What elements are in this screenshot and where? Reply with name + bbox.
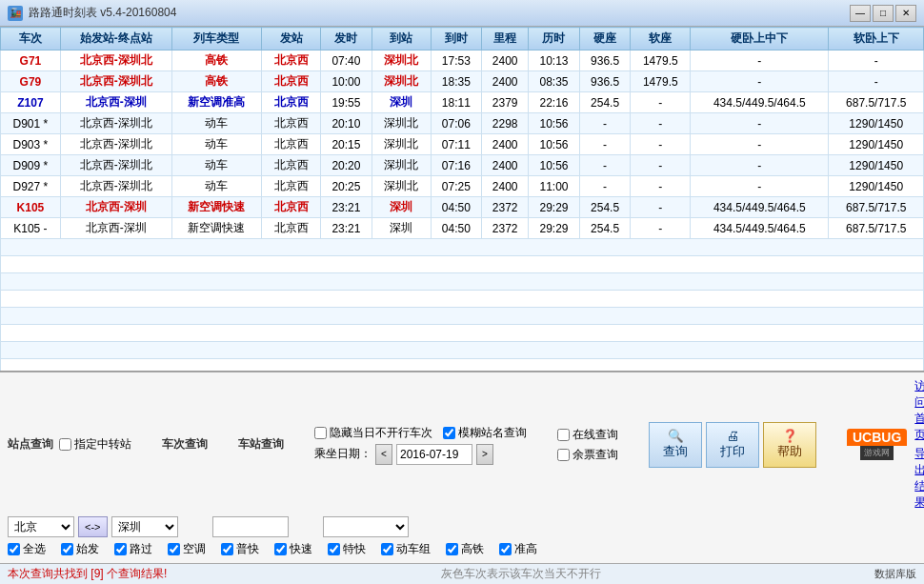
cell-soft-sleeper: 1290/1450 [829, 113, 924, 134]
col-header-type: 列车类型 [171, 28, 262, 50]
table-row[interactable]: G71 北京西-深圳北 高铁 北京西 07:40 深圳北 17:53 2400 … [1, 50, 924, 71]
from-to-inputs: 北京 <-> 深圳 [8, 516, 178, 537]
normalfast-checkbox-group: 普快 [221, 541, 259, 557]
right-section: UCBUG 游戏网 访问首页 导出结果 检查更新 [847, 378, 924, 511]
cell-train-num: Z107 [1, 92, 61, 113]
date-prev-button[interactable]: < [375, 444, 392, 465]
cell-soft-seat: - [631, 113, 691, 134]
train-query-input[interactable] [212, 516, 289, 537]
cell-to: 深圳 [372, 218, 431, 239]
export-result-link[interactable]: 导出结果 [914, 446, 924, 511]
maximize-button[interactable]: □ [873, 5, 894, 22]
cell-soft-seat: - [631, 197, 691, 218]
cell-dur: 22:16 [529, 92, 580, 113]
cell-from: 北京西 [262, 50, 321, 71]
pass-checkbox[interactable] [114, 543, 127, 555]
hide-label: 隐藏当日不开行车次 [330, 425, 432, 441]
cell-to: 深圳北 [372, 176, 431, 197]
specialfast-label: 特快 [343, 541, 366, 557]
cell-type: 新空调快速 [171, 197, 262, 218]
table-row[interactable]: G79 北京西-深圳北 高铁 北京西 10:00 深圳北 18:35 2400 … [1, 71, 924, 92]
query-button[interactable]: 🔍 查询 [649, 422, 702, 468]
normalfast-checkbox[interactable] [221, 543, 233, 555]
help-icon: ❓ [782, 429, 798, 443]
col-header-arr: 到时 [431, 28, 482, 50]
online-checkbox[interactable] [557, 429, 570, 441]
all-checkbox[interactable] [8, 543, 20, 555]
date-input[interactable] [396, 444, 472, 465]
depart-checkbox[interactable] [61, 543, 73, 555]
air-label: 空调 [183, 541, 206, 557]
table-row[interactable]: D903 * 北京西-深圳北 动车 北京西 20:15 深圳北 07:11 24… [1, 134, 924, 155]
cell-hard-seat: - [579, 113, 631, 134]
print-button[interactable]: 🖨 打印 [706, 422, 759, 468]
ucbug-logo: UCBUG 游戏网 [847, 429, 907, 460]
table-row-empty [1, 291, 924, 308]
ucbug-top: UCBUG [847, 429, 907, 446]
cell-to: 深圳北 [372, 50, 431, 71]
fast-label: 快速 [290, 541, 312, 557]
station-query-input-section [323, 516, 409, 537]
bottom-row1: 站点查询 指定中转站 车次查询 车站查询 隐藏当日不开行车次 [8, 378, 916, 511]
cell-dist: 2372 [482, 218, 529, 239]
col-header-dep: 发时 [321, 28, 372, 50]
to-select[interactable]: 深圳 [111, 516, 178, 537]
hide-checkbox[interactable] [314, 427, 327, 439]
highspeed-checkbox[interactable] [446, 543, 458, 555]
train-query-section: 车次查询 [162, 436, 208, 453]
minimize-button[interactable]: — [850, 5, 871, 22]
table-row[interactable]: K105 北京西-深圳 新空调快速 北京西 23:21 深圳 04:50 237… [1, 197, 924, 218]
visit-home-link[interactable]: 访问首页 [914, 378, 924, 443]
cell-hard-seat: 254.5 [579, 197, 631, 218]
cell-dep: 19:55 [321, 92, 372, 113]
cell-route: 北京西-深圳北 [60, 50, 171, 71]
query-btn-label: 查询 [663, 443, 688, 460]
transfer-label: 指定中转站 [74, 436, 131, 453]
cell-dist: 2400 [482, 50, 529, 71]
cell-train-num: G79 [1, 71, 61, 92]
cell-from: 北京西 [262, 176, 321, 197]
cell-dur: 11:00 [529, 176, 580, 197]
cell-dur: 10:56 [529, 113, 580, 134]
fast-checkbox[interactable] [274, 543, 287, 555]
air-checkbox[interactable] [168, 543, 180, 555]
cell-soft-sleeper: 1290/1450 [829, 176, 924, 197]
date-label: 乘坐日期： [314, 446, 372, 462]
cell-dep: 20:10 [321, 113, 372, 134]
quasihigh-checkbox[interactable] [499, 543, 512, 555]
date-next-button[interactable]: > [476, 444, 493, 465]
cell-to: 深圳 [372, 92, 431, 113]
cell-train-num: G71 [1, 50, 61, 71]
swap-button[interactable]: <-> [78, 516, 108, 537]
cell-arr: 18:35 [431, 71, 482, 92]
close-button[interactable]: ✕ [895, 5, 916, 22]
fuzzy-checkbox[interactable] [443, 427, 455, 439]
transfer-checkbox[interactable] [59, 438, 71, 451]
cell-type: 动车 [171, 113, 262, 134]
cell-route: 北京西-深圳 [60, 92, 171, 113]
cell-type: 高铁 [171, 50, 262, 71]
cell-arr: 18:11 [431, 92, 482, 113]
remain-checkbox[interactable] [557, 449, 570, 461]
cell-type: 动车 [171, 176, 262, 197]
help-button[interactable]: ❓ 帮助 [763, 422, 816, 468]
table-row[interactable]: D909 * 北京西-深圳北 动车 北京西 20:20 深圳北 07:16 24… [1, 155, 924, 176]
cell-train-num: K105 [1, 197, 61, 218]
cell-from: 北京西 [262, 92, 321, 113]
cell-dist: 2400 [482, 134, 529, 155]
bottom-panel: 站点查询 指定中转站 车次查询 车站查询 隐藏当日不开行车次 [0, 372, 924, 563]
from-select[interactable]: 北京 [8, 516, 74, 537]
emu-checkbox[interactable] [381, 543, 393, 555]
table-row[interactable]: K105 - 北京西-深圳 新空调快速 北京西 23:21 深圳 04:50 2… [1, 218, 924, 239]
specialfast-checkbox[interactable] [328, 543, 340, 555]
table-row[interactable]: Z107 北京西-深圳 新空调准高 北京西 19:55 深圳 18:11 237… [1, 92, 924, 113]
cell-type: 新空调准高 [171, 92, 262, 113]
quasihigh-label: 准高 [514, 541, 537, 557]
table-row-empty [1, 308, 924, 325]
station-query-select[interactable] [323, 516, 409, 537]
cell-hard-sleeper: - [691, 71, 829, 92]
cell-to: 深圳 [372, 197, 431, 218]
bottom-row2: 北京 <-> 深圳 [8, 516, 916, 537]
table-row[interactable]: D927 * 北京西-深圳北 动车 北京西 20:25 深圳北 07:25 24… [1, 176, 924, 197]
table-row[interactable]: D901 * 北京西-深圳北 动车 北京西 20:10 深圳北 07:06 22… [1, 113, 924, 134]
